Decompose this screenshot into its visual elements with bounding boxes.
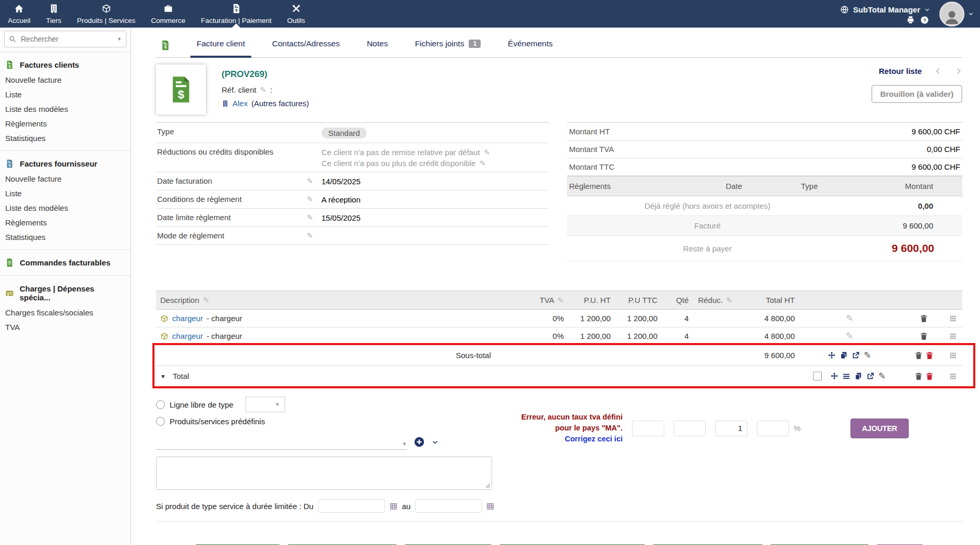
edit-line-icon[interactable]: ✎: [846, 314, 853, 323]
amount-row-tva: Montant TVA 0,00 CHF: [567, 141, 962, 158]
edit-icon[interactable]: ✎: [260, 86, 267, 94]
nav-commerce[interactable]: Commerce: [143, 0, 193, 28]
duplicate-line-icon[interactable]: [854, 372, 862, 381]
edit-icon[interactable]: ✎: [306, 213, 313, 221]
building-icon: [222, 100, 229, 107]
duplicate-line-icon[interactable]: [840, 351, 848, 360]
company-link[interactable]: Alex: [233, 99, 248, 108]
search-dropdown-caret[interactable]: ▼: [117, 36, 122, 42]
sidebar-title-factures-fournisseur[interactable]: $ Factures fournisseur: [0, 156, 131, 172]
back-to-list-link[interactable]: Retour liste: [879, 67, 922, 75]
delete-line-icon[interactable]: [914, 351, 923, 360]
sidebar-item-liste-des-modeles[interactable]: Liste des modèles: [0, 102, 131, 117]
edit-icon[interactable]: ✎: [484, 148, 491, 156]
product-select[interactable]: ▼: [156, 434, 407, 450]
user-avatar-menu[interactable]: [930, 2, 980, 27]
nav-tiers[interactable]: Tiers: [38, 0, 70, 28]
sidebar-title-commandes-facturables[interactable]: Commandes facturables: [0, 255, 131, 271]
edit-icon[interactable]: ✎: [203, 296, 210, 304]
help-icon[interactable]: ?: [920, 16, 929, 24]
line-checkbox[interactable]: [813, 372, 822, 381]
sidebar-item-tva[interactable]: TVA: [0, 320, 131, 335]
sidebar-item-liste-des-modeles[interactable]: Liste des modèles: [0, 201, 131, 216]
nav-label: Tiers: [46, 17, 62, 24]
tab-notes[interactable]: Notes: [353, 39, 402, 57]
tab-contacts-adresses[interactable]: Contacts/Adresses: [259, 39, 353, 57]
date-end-input[interactable]: [415, 499, 482, 513]
sidebar-item-nouvelle-facture[interactable]: Nouvelle facture: [0, 172, 131, 186]
export-line-icon[interactable]: [852, 351, 860, 360]
sidebar-item-charges-fiscales-sociales[interactable]: Charges fiscales/sociales: [0, 306, 131, 320]
fix-vat-link[interactable]: Corrigez ceci ici: [515, 434, 623, 445]
collapse-icon[interactable]: ▼: [160, 373, 166, 379]
delete-block-icon[interactable]: [925, 351, 934, 360]
edit-line-icon[interactable]: ✎: [878, 372, 885, 381]
chevron-down-icon[interactable]: [432, 439, 439, 446]
drag-handle-icon[interactable]: [949, 372, 957, 381]
nav-accueil[interactable]: Accueil: [0, 0, 38, 28]
other-invoices-link[interactable]: (Autres factures): [251, 99, 309, 108]
next-icon[interactable]: [955, 67, 962, 75]
amount-row-ttc: Montant TTC 9 600,00 CHF: [567, 158, 962, 176]
sidebar-title-charges[interactable]: $ Charges | Dépenses spécia...: [0, 281, 131, 306]
sidebar-item-statistiques[interactable]: Statistiques: [0, 131, 131, 146]
drag-handle-icon[interactable]: [949, 351, 957, 360]
resize-grip-icon[interactable]: [484, 482, 491, 488]
sidebar-item-nouvelle-facture[interactable]: Nouvelle facture: [0, 73, 131, 87]
product-link[interactable]: chargeur: [172, 314, 203, 323]
price-ttc-input[interactable]: [674, 421, 706, 436]
drag-handle-icon[interactable]: [949, 332, 957, 340]
search-input[interactable]: [20, 34, 113, 44]
calendar-icon[interactable]: [486, 502, 494, 510]
predefined-product-radio[interactable]: [156, 417, 165, 426]
nav-outils[interactable]: Outils: [279, 0, 313, 28]
qty-input[interactable]: [715, 421, 747, 436]
tab-facture-client[interactable]: Facture client: [183, 39, 259, 57]
edit-icon[interactable]: ✎: [479, 159, 486, 167]
sidebar-title-factures-clients[interactable]: $ Factures clients: [0, 57, 131, 73]
printer-icon[interactable]: [906, 16, 915, 24]
free-line-type-select[interactable]: ▼: [246, 397, 285, 412]
export-line-icon[interactable]: [866, 372, 874, 381]
sidebar-item-statistiques[interactable]: Statistiques: [0, 230, 131, 245]
drag-handle-icon[interactable]: [949, 314, 957, 323]
free-line-radio[interactable]: [156, 400, 165, 409]
edit-line-icon[interactable]: ✎: [863, 351, 871, 360]
edit-icon[interactable]: ✎: [306, 195, 313, 203]
price-ht-input[interactable]: [632, 421, 664, 436]
detail-row-conditions-reglement: Conditions de règlement✎ A réception: [156, 191, 549, 209]
delete-line-icon[interactable]: [920, 314, 928, 323]
date-start-input[interactable]: [318, 499, 385, 513]
nav-produits-services[interactable]: Produits | Services: [69, 0, 143, 28]
calendar-icon[interactable]: [390, 502, 397, 510]
sidebar-item-liste[interactable]: Liste: [0, 186, 131, 201]
edit-icon[interactable]: ✎: [306, 177, 313, 185]
product-link[interactable]: chargeur: [172, 332, 203, 340]
edit-icon[interactable]: ✎: [557, 296, 564, 304]
move-line-icon[interactable]: [830, 372, 839, 381]
move-line-icon[interactable]: [828, 351, 836, 360]
delete-line-icon[interactable]: [920, 332, 928, 340]
sidebar-section-charges: $ Charges | Dépenses spécia... Charges f…: [0, 275, 131, 339]
discount-input[interactable]: [757, 421, 789, 436]
edit-icon[interactable]: ✎: [726, 296, 732, 304]
user-menu-label: SubTotal Manager: [853, 5, 920, 14]
edit-line-icon[interactable]: ✎: [846, 332, 853, 340]
prev-icon[interactable]: [934, 67, 942, 75]
tab-evenements[interactable]: Événements: [494, 39, 566, 57]
sidebar-item-reglements[interactable]: Règlements: [0, 117, 131, 131]
delete-line-icon[interactable]: [914, 372, 923, 381]
nav-facturation-paiement[interactable]: $ Facturation | Paiement: [193, 0, 279, 28]
edit-icon[interactable]: ✎: [306, 232, 313, 239]
delete-block-icon[interactable]: [925, 372, 934, 381]
total-row: ▼ Total ✎: [156, 366, 962, 387]
sidebar-item-liste[interactable]: Liste: [0, 87, 131, 102]
tab-fichiers-joints[interactable]: Fichiers joints1: [402, 39, 495, 57]
menu-lines-icon[interactable]: [842, 372, 850, 381]
sidebar-item-reglements[interactable]: Règlements: [0, 216, 131, 230]
line-description-textarea[interactable]: [156, 457, 492, 490]
user-menu[interactable]: SubTotal Manager: [840, 5, 930, 14]
percent-label: %: [794, 424, 801, 433]
add-product-icon[interactable]: [414, 436, 425, 448]
add-line-button[interactable]: AJOUTER: [850, 419, 909, 438]
